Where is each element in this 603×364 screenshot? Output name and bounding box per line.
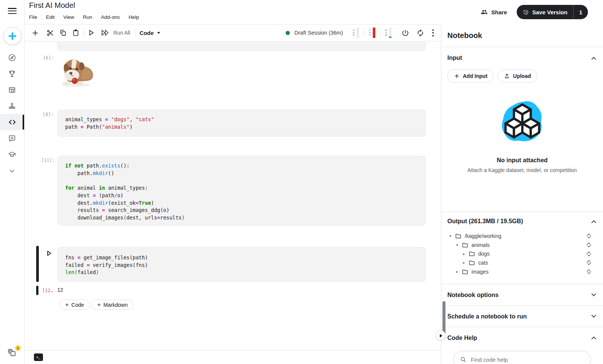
paste-cell-button[interactable] xyxy=(69,26,82,39)
sidebar-item-discussions[interactable] xyxy=(0,130,24,146)
chevron-down-icon xyxy=(591,291,596,296)
active-events-button[interactable]: 1 xyxy=(8,348,19,359)
menu-view[interactable]: View xyxy=(63,14,74,20)
input-section-header[interactable]: Input xyxy=(441,47,603,69)
caret-collapsed-icon[interactable]: ▸ xyxy=(462,260,466,265)
code-editor[interactable]: if not path.exists(): path.mkdir() for a… xyxy=(58,156,425,228)
sidebar-item-competitions[interactable] xyxy=(0,65,24,82)
code-icon xyxy=(8,118,17,126)
refresh-folder-button[interactable] xyxy=(586,242,592,248)
play-icon xyxy=(46,250,52,257)
dataset-table-icon xyxy=(8,86,16,94)
code-cell-8[interactable]: animal_types = "dogs", "cats"path = Path… xyxy=(57,110,426,137)
sidebar-item-home[interactable] xyxy=(0,49,24,65)
tree-row-dogs[interactable]: ▸dogs xyxy=(441,249,603,258)
session-status-dot xyxy=(286,31,290,35)
code-cell-selected[interactable]: fns = get_image_files(path)failed = veri… xyxy=(57,247,426,282)
datasets-cubes-illustration xyxy=(497,98,547,147)
output-section-header[interactable]: Output (261.3MB / 19.5GB) xyxy=(441,212,603,231)
run-all-button[interactable] xyxy=(98,26,113,39)
sidebar-item-models[interactable] xyxy=(0,98,24,114)
caret-collapsed-icon[interactable]: ▸ xyxy=(462,252,466,256)
session-status[interactable]: Draft Session (36m) xyxy=(286,30,343,36)
refresh-folder-button[interactable] xyxy=(586,269,592,274)
console-terminal-icon[interactable]: >_ xyxy=(34,353,43,361)
folder-icon xyxy=(468,259,475,266)
caret-expanded-icon[interactable]: ▾ xyxy=(448,234,453,238)
add-input-button[interactable]: Add Input xyxy=(447,70,494,82)
tree-row--kaggle-working[interactable]: ▾/kaggle/working xyxy=(441,231,603,241)
refresh-icon xyxy=(586,242,592,248)
hdd-gauge[interactable]: HDD xyxy=(349,27,363,38)
code-editor[interactable]: animal_types = "dogs", "cats"path = Path… xyxy=(58,110,425,137)
cpu-gauge[interactable]: CPU xyxy=(365,27,379,38)
refresh-folder-button[interactable] xyxy=(586,260,592,265)
sidebar-item-more[interactable] xyxy=(0,163,24,179)
toolbar-divider xyxy=(135,29,135,37)
ram-gauge[interactable]: RAM xyxy=(381,27,395,38)
code-help-search-input[interactable] xyxy=(471,356,585,363)
refresh-folder-button[interactable] xyxy=(586,251,592,257)
tree-row-cats[interactable]: ▸cats xyxy=(441,258,603,267)
sidebar-item-datasets[interactable] xyxy=(0,82,24,98)
add-code-cell-button[interactable]: + Code xyxy=(60,300,90,310)
folder-icon xyxy=(455,233,462,239)
sidebar-item-learn[interactable] xyxy=(0,146,24,163)
cut-cell-button[interactable] xyxy=(44,26,57,39)
dog-photo xyxy=(57,52,96,89)
hdd-bar xyxy=(357,27,359,38)
folder-name: animals xyxy=(471,242,490,248)
caret-collapsed-icon[interactable]: ▸ xyxy=(455,270,459,274)
sidebar-item-code[interactable] xyxy=(0,114,24,130)
share-button[interactable]: Share xyxy=(481,8,507,16)
add-cell-button[interactable] xyxy=(29,26,41,39)
cell-type-dropdown[interactable]: Code xyxy=(136,30,163,36)
panel-collapse-button[interactable] xyxy=(436,330,446,341)
notebook-settings-panel: Notebook Input Add Input Upload xyxy=(441,24,603,364)
code-cell-partial[interactable] xyxy=(57,42,426,51)
power-session-button[interactable] xyxy=(399,26,412,39)
notebook-title[interactable]: First AI Model xyxy=(29,1,75,10)
menu-run[interactable]: Run xyxy=(83,14,92,20)
restart-session-button[interactable] xyxy=(414,26,427,39)
add-markdown-cell-button[interactable]: + Markdown xyxy=(92,300,133,310)
more-options-button[interactable] xyxy=(428,26,438,39)
save-version-button[interactable]: Save Version 1 xyxy=(517,5,588,19)
menu-file[interactable]: File xyxy=(29,14,37,20)
upload-button[interactable]: Upload xyxy=(497,70,537,82)
toolbar-divider xyxy=(83,29,84,37)
code-editor[interactable]: fns = get_image_files(path)failed = veri… xyxy=(58,247,425,282)
output-section-title: Output (261.3MB / 19.5GB) xyxy=(447,218,523,225)
version-count[interactable]: 1 xyxy=(573,5,588,19)
chevron-up-icon xyxy=(591,56,596,61)
folder-icon xyxy=(455,233,462,239)
plus-icon xyxy=(8,32,17,41)
tree-row-images[interactable]: ▸images xyxy=(441,267,603,276)
caret-expanded-icon[interactable]: ▾ xyxy=(455,243,459,247)
notebook-options-section: Notebook options xyxy=(441,284,603,306)
folder-icon xyxy=(462,242,468,248)
clipboard-icon xyxy=(72,29,80,37)
save-version-main[interactable]: Save Version xyxy=(517,5,573,19)
refresh-folder-button[interactable] xyxy=(586,233,592,239)
code-line: animal_types = "dogs", "cats" xyxy=(65,116,418,123)
scissors-icon xyxy=(46,29,54,37)
run-cell-button[interactable] xyxy=(85,26,98,39)
code-help-header[interactable]: Code Help xyxy=(441,327,603,349)
run-all-label[interactable]: Run All xyxy=(113,30,130,36)
code-cell-11[interactable]: if not path.exists(): path.mkdir() for a… xyxy=(57,156,426,225)
menu-edit[interactable]: Edit xyxy=(46,14,55,20)
menu-hamburger-icon[interactable] xyxy=(8,8,17,14)
rail-nav xyxy=(0,49,24,179)
refresh-icon xyxy=(586,251,592,257)
menu-help[interactable]: Help xyxy=(129,14,139,20)
menu-add-ons[interactable]: Add-ons xyxy=(101,14,120,20)
cpu-label: CPU xyxy=(369,29,371,37)
copy-cell-button[interactable] xyxy=(57,26,69,39)
run-this-cell-button[interactable] xyxy=(45,250,53,258)
tree-row-animals[interactable]: ▾animals xyxy=(441,241,603,250)
schedule-header[interactable]: Schedule a notebook to run xyxy=(441,306,603,327)
code-line: fns = get_image_files(path) xyxy=(65,254,418,262)
create-new-button[interactable] xyxy=(4,27,21,45)
notebook-options-header[interactable]: Notebook options xyxy=(441,284,603,306)
